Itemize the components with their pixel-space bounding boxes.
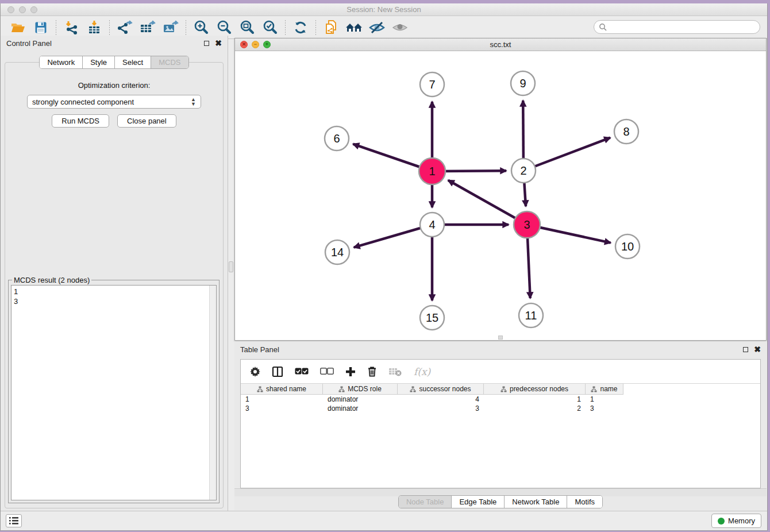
toolbar-separator — [109, 20, 110, 35]
chevron-up-down-icon: ▲▼ — [191, 97, 196, 106]
search-icon — [599, 23, 607, 31]
tab-edge-table[interactable]: Edge Table — [451, 496, 504, 508]
table-cell[interactable]: 1 — [484, 395, 586, 404]
import-network-icon[interactable] — [60, 18, 83, 37]
graph-node-label: 9 — [519, 77, 526, 90]
add-column-plus-icon[interactable] — [345, 367, 356, 377]
column-header-shared-name[interactable]: shared name — [241, 384, 323, 395]
network-close-button[interactable]: ✕ — [240, 41, 248, 48]
window-title: Session: New Session — [1, 5, 767, 14]
table-tabs: Node TableEdge TableNetwork TableMotifs — [398, 495, 603, 508]
column-header-name[interactable]: name — [586, 384, 623, 395]
memory-label: Memory — [728, 516, 755, 525]
maximize-window-button[interactable] — [30, 6, 37, 13]
task-history-list-icon[interactable] — [6, 514, 22, 527]
canvas-scroll-thumb[interactable] — [498, 336, 503, 340]
save-session-icon[interactable] — [29, 18, 52, 37]
show-graphics-details-eye-icon[interactable] — [388, 18, 411, 37]
minimize-window-button[interactable] — [19, 6, 26, 13]
search-input[interactable] — [607, 23, 760, 32]
table-row[interactable]: 1dominator411 — [241, 395, 760, 404]
graph-node-label: 2 — [520, 164, 526, 177]
zoom-in-icon[interactable] — [190, 18, 213, 37]
optimization-criterion-label: Optimization criterion: — [5, 81, 223, 90]
run-mcds-button[interactable]: Run MCDS — [52, 114, 109, 128]
table-cell[interactable]: 3 — [398, 404, 484, 413]
show-column-icon[interactable] — [272, 366, 283, 377]
first-neighbors-houses-icon[interactable] — [342, 18, 365, 37]
tab-mcds[interactable]: MCDS — [151, 56, 188, 68]
delete-column-trash-icon[interactable] — [367, 366, 377, 377]
table-cell[interactable]: 1 — [586, 395, 623, 404]
tab-network[interactable]: Network — [40, 56, 82, 68]
tab-select[interactable]: Select — [114, 56, 151, 68]
table-row[interactable]: 3dominator323 — [241, 404, 760, 413]
graph-node-label: 3 — [523, 218, 530, 231]
control-panel-title: Control Panel — [6, 39, 52, 48]
export-image-icon[interactable] — [159, 18, 182, 37]
refresh-layout-icon[interactable] — [289, 18, 312, 37]
graph-node-label: 10 — [621, 240, 634, 253]
tab-network-table[interactable]: Network Table — [504, 496, 567, 508]
zoom-selected-icon[interactable] — [259, 18, 282, 37]
graph-node-label: 11 — [525, 309, 537, 322]
network-maximize-button[interactable]: + — [263, 41, 271, 48]
float-table-panel-icon[interactable] — [743, 347, 748, 352]
table-cell[interactable]: 3 — [586, 404, 623, 413]
panel-divider-handle[interactable] — [229, 261, 233, 272]
tab-node-table[interactable]: Node Table — [399, 496, 452, 508]
graph-node-label: 15 — [426, 311, 438, 324]
mcds-result-title: MCDS result (2 nodes) — [12, 276, 91, 284]
zoom-out-icon[interactable] — [213, 18, 236, 37]
zoom-fit-icon[interactable] — [236, 18, 259, 37]
memory-button[interactable]: Memory — [711, 514, 761, 528]
memory-status-dot — [718, 518, 725, 525]
criterion-dropdown[interactable]: strongly connected component ▲▼ — [27, 95, 201, 109]
column-header-MCDS-role[interactable]: MCDS role — [323, 384, 398, 395]
search-box[interactable] — [594, 20, 760, 34]
tab-style[interactable]: Style — [82, 56, 114, 68]
close-table-panel-icon[interactable]: ✖ — [754, 346, 761, 352]
close-window-button[interactable] — [7, 6, 14, 13]
control-panel-tabs: NetworkStyleSelectMCDS — [39, 56, 188, 69]
column-header-successor-nodes[interactable]: successor nodes — [398, 384, 484, 395]
close-panel-icon[interactable]: ✖ — [215, 40, 222, 46]
toolbar-separator — [186, 20, 186, 35]
graph-node-label: 7 — [429, 78, 435, 91]
network-canvas[interactable]: 7968124314101511 — [235, 51, 766, 340]
import-table-icon[interactable] — [83, 18, 106, 37]
export-network-icon[interactable] — [113, 18, 136, 37]
table-cell[interactable]: 2 — [484, 404, 586, 413]
result-scrollbar[interactable] — [209, 286, 216, 500]
graph-node-label: 6 — [333, 132, 340, 145]
close-panel-button[interactable]: Close panel — [117, 114, 176, 128]
float-panel-icon[interactable] — [204, 41, 209, 46]
network-window-title: scc.txt — [235, 40, 766, 49]
tab-motifs[interactable]: Motifs — [567, 496, 602, 508]
function-builder-fx-icon: f(x) — [414, 366, 430, 377]
app-window: Session: New Session — [0, 3, 768, 531]
table-cell[interactable]: 1 — [241, 395, 323, 404]
hide-graphics-details-eye-slash-icon[interactable] — [365, 18, 388, 37]
open-session-icon[interactable] — [6, 18, 29, 37]
graph-edge-2-8[interactable] — [523, 138, 610, 171]
toolbar-separator — [285, 20, 286, 35]
table-cell[interactable]: dominator — [323, 395, 398, 404]
mcds-result-fieldset: MCDS result (2 nodes) 1 3 — [8, 280, 220, 503]
column-type-icon — [500, 386, 507, 392]
column-header-predecessor-nodes[interactable]: predecessor nodes — [484, 384, 586, 395]
control-panel: Control Panel ✖ NetworkStyleSelectMCDS O… — [1, 36, 228, 511]
table-settings-gear-icon[interactable] — [250, 367, 260, 377]
table-cell[interactable]: 4 — [398, 395, 484, 404]
network-window-titlebar[interactable]: ✕ − + scc.txt — [235, 38, 766, 51]
mcds-result-list[interactable]: 1 3 — [11, 285, 217, 500]
deselect-all-icon[interactable] — [320, 368, 334, 375]
select-all-icon[interactable] — [295, 368, 309, 375]
new-network-from-selection-icon[interactable] — [319, 18, 342, 37]
network-minimize-button[interactable]: − — [252, 41, 259, 48]
status-bar: Memory — [1, 511, 767, 530]
table-cell[interactable]: dominator — [323, 404, 398, 413]
table-cell[interactable]: 3 — [241, 404, 323, 413]
delete-table-icon — [388, 367, 402, 376]
export-table-icon[interactable] — [136, 18, 159, 37]
